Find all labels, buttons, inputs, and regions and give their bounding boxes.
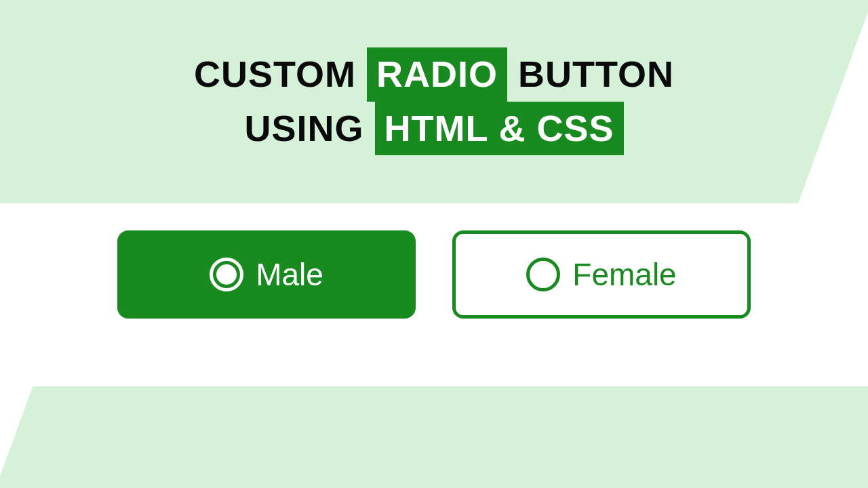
heading-line-2: USING HTML & CSS [0,102,868,156]
heading-text: BUTTON [507,54,674,94]
radio-option-female[interactable]: Female [452,230,751,319]
heading-highlight-radio: RADIO [367,47,507,102]
heading-text: CUSTOM [194,54,367,94]
heading-line-1: CUSTOM RADIO BUTTON [0,47,868,102]
radio-indicator-icon [526,258,560,291]
radio-indicator-icon [210,258,243,291]
radio-label: Male [256,256,323,293]
background-shape-bottom [0,386,868,488]
heading-highlight-htmlcss: HTML & CSS [375,102,624,156]
radio-group-gender: Male Female [0,230,868,319]
page-title: CUSTOM RADIO BUTTON USING HTML & CSS [0,47,868,155]
heading-text: USING [244,108,374,148]
radio-option-male[interactable]: Male [117,230,416,319]
radio-label: Female [572,256,676,293]
